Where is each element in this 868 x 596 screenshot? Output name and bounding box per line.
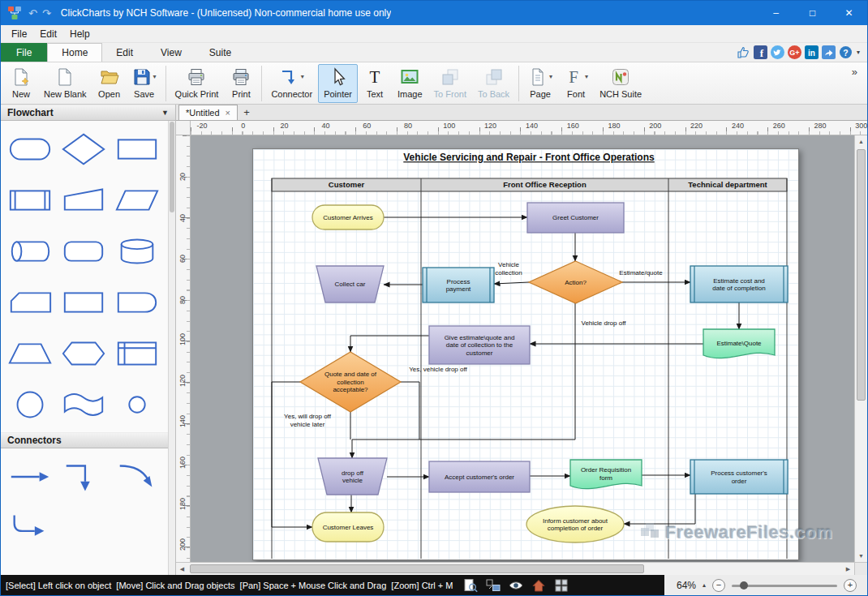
node-estimate-quote[interactable]: Estimate\Quote [703, 329, 775, 358]
twitter-icon[interactable] [771, 45, 784, 59]
maximize-button[interactable]: □ [794, 1, 831, 25]
flow-connector[interactable] [350, 336, 429, 352]
horizontal-scroll-track[interactable] [188, 563, 842, 575]
vertical-scroll-thumb[interactable] [857, 149, 866, 401]
horizontal-scrollbar[interactable]: ◀ ▶ [176, 562, 854, 575]
shape-direct-data[interactable] [3, 228, 57, 274]
connector-straight-arrow[interactable] [3, 453, 57, 500]
layout-grid-icon[interactable] [553, 578, 569, 593]
node-inform-customer[interactable]: Inform customer aboutcompletion of order [526, 506, 624, 542]
node-order-requisition[interactable]: Order Requisitionform [570, 460, 642, 489]
ribbon-tab-suite[interactable]: Suite [196, 43, 245, 62]
menu-edit[interactable]: Edit [33, 28, 63, 40]
redo-icon[interactable]: ↷ [42, 7, 51, 19]
sidebar-scrollbar[interactable] [168, 121, 175, 575]
toolbar-button-new-blank[interactable]: New Blank [38, 64, 92, 103]
toolbar-button-new[interactable]: New [4, 64, 38, 103]
dropdown-icon[interactable]: ▾ [301, 73, 304, 80]
zoom-slider-thumb[interactable] [740, 581, 748, 590]
shape-card[interactable] [3, 279, 57, 325]
page-preview-icon[interactable] [462, 578, 479, 593]
flowchart-panel-header[interactable]: Flowchart ▼ [1, 105, 175, 121]
dropdown-icon[interactable]: ▾ [153, 73, 157, 80]
node-greet-customer[interactable]: Greet Customer [527, 203, 624, 233]
flow-connector[interactable] [401, 382, 419, 439]
toolbar-button-quick-print[interactable]: Quick Print [170, 64, 225, 103]
shape-process-2[interactable] [57, 279, 110, 325]
scroll-up-icon[interactable]: ▲ [855, 135, 867, 148]
toolbar-button-nch-suite[interactable]: NCH Suite [594, 64, 647, 103]
toolbar-button-page[interactable]: ▾Page [522, 64, 558, 103]
node-process-payment[interactable]: Processpayment [423, 268, 494, 302]
document-tab-untitled[interactable]: *Untitled × [178, 105, 238, 120]
snap-icon[interactable] [485, 578, 501, 593]
zoom-slider[interactable] [732, 579, 837, 592]
node-drop-off-vehicle[interactable]: drop offvehicle [318, 458, 387, 495]
help-dropdown-icon[interactable]: ▾ [857, 49, 860, 56]
sidebar-scroll-thumb[interactable] [170, 122, 174, 212]
home-icon[interactable] [531, 578, 547, 593]
dropdown-icon[interactable]: ▾ [585, 73, 588, 80]
shape-terminator[interactable] [3, 126, 57, 172]
node-collect-car[interactable]: Collect car [316, 266, 384, 302]
minimize-button[interactable]: – [758, 1, 794, 25]
node-customer-arrives[interactable]: Customer Arrives [312, 205, 384, 229]
close-button[interactable]: ✕ [831, 1, 867, 25]
node-estimate-cost[interactable]: Estimate cost anddate of completion [690, 266, 788, 302]
zoom-in-button[interactable]: + [844, 579, 857, 592]
dropdown-icon[interactable]: ▾ [549, 73, 552, 80]
facebook-icon[interactable]: f [754, 45, 767, 59]
new-tab-button[interactable]: + [238, 105, 256, 120]
shape-manual-operation[interactable] [3, 330, 57, 376]
shape-paper-tape[interactable] [57, 381, 110, 427]
node-quote-acceptable[interactable]: Quote and date ofcollectionacceptable? [300, 352, 401, 412]
shape-connector-node[interactable] [3, 381, 57, 427]
node-accept-order[interactable]: Accept customer's order [429, 461, 530, 492]
connectors-panel-header[interactable]: Connectors [1, 432, 175, 448]
toolbar-button-image[interactable]: Image [392, 64, 428, 103]
toolbar-button-to-back[interactable]: To Back [472, 64, 515, 103]
vertical-scroll-track[interactable] [855, 148, 867, 550]
node-action[interactable]: Action? [529, 261, 622, 303]
ribbon-tab-home[interactable]: Home [47, 43, 102, 62]
scroll-down-icon[interactable]: ▼ [855, 550, 867, 562]
connector-elbow-arrow[interactable] [57, 453, 110, 500]
zoom-value[interactable]: 64% [677, 580, 696, 591]
connector-curved-arrow[interactable] [110, 453, 164, 500]
shape-preparation[interactable] [57, 330, 110, 376]
zoom-out-button[interactable]: − [712, 579, 725, 592]
horizontal-scroll-thumb[interactable] [190, 564, 644, 573]
toolbar-button-font[interactable]: F▾Font [558, 64, 594, 103]
like-icon[interactable] [737, 45, 750, 59]
shape-alternate-process[interactable] [57, 228, 110, 274]
shape-delay[interactable] [110, 279, 164, 325]
menu-help[interactable]: Help [63, 28, 97, 40]
connector-rounded-elbow-arrow[interactable] [3, 504, 57, 551]
shape-predefined-process[interactable] [3, 177, 57, 223]
undo-icon[interactable]: ↶ [28, 7, 37, 19]
scroll-left-icon[interactable]: ◀ [176, 563, 188, 575]
drawing-page[interactable]: Vehicle Servicing and Repair - Front Off… [252, 148, 799, 560]
ribbon-tab-file[interactable]: File [1, 43, 47, 62]
linkedin-icon[interactable]: in [805, 45, 819, 59]
toolbar-overflow-button[interactable]: » [845, 66, 864, 78]
shape-data[interactable] [110, 177, 164, 223]
visibility-icon[interactable] [508, 578, 524, 593]
toolbar-button-connector[interactable]: ▾Connector [265, 64, 318, 103]
ribbon-tab-view[interactable]: View [147, 43, 196, 62]
node-process-customer-order[interactable]: Process customer'sorder [690, 460, 788, 494]
zoom-popup-icon[interactable]: ▴ [703, 581, 706, 589]
share-icon[interactable] [822, 45, 836, 59]
shape-manual-input[interactable] [57, 177, 110, 223]
vertical-scrollbar[interactable]: ▲ ▼ [854, 135, 867, 562]
node-customer-leaves[interactable]: Customer Leaves [312, 512, 384, 542]
toolbar-button-save[interactable]: ▾Save [127, 64, 162, 103]
google-plus-icon[interactable]: G+ [788, 45, 801, 59]
flow-connector[interactable] [494, 282, 529, 284]
toolbar-button-text[interactable]: TText [358, 64, 392, 103]
toolbar-button-pointer[interactable]: Pointer [318, 64, 358, 103]
canvas-viewport[interactable]: Vehicle Servicing and Repair - Front Off… [191, 135, 854, 562]
shape-process[interactable] [110, 126, 164, 172]
shape-internal-storage[interactable] [110, 330, 164, 376]
shape-decision[interactable] [57, 126, 110, 172]
